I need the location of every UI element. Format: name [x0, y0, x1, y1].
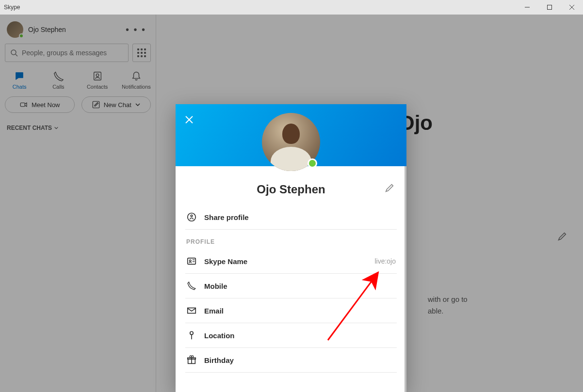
svg-point-12 — [188, 213, 196, 221]
svg-point-13 — [191, 215, 193, 217]
app-frame: Ojo Stephen • • • People, groups & messa… — [0, 15, 583, 392]
row-label: Email — [204, 307, 396, 315]
email-icon — [186, 305, 197, 316]
location-row[interactable]: Location — [185, 323, 397, 348]
close-modal-button[interactable] — [184, 115, 196, 126]
location-icon — [186, 330, 197, 341]
share-profile-row[interactable]: Share profile — [185, 205, 397, 230]
mobile-row[interactable]: Mobile — [185, 274, 397, 298]
row-label: Skype Name — [204, 257, 367, 266]
svg-point-15 — [189, 260, 191, 262]
id-card-icon — [186, 256, 197, 267]
row-label: Mobile — [204, 282, 396, 290]
share-icon — [186, 212, 197, 222]
maximize-button[interactable] — [538, 0, 561, 15]
window-title: Skype — [4, 4, 20, 11]
minimize-button[interactable] — [516, 0, 538, 15]
email-row[interactable]: Email — [185, 298, 397, 323]
pencil-icon — [384, 183, 395, 193]
svg-rect-14 — [188, 258, 196, 265]
profile-name: Ojo Stephen — [257, 183, 325, 196]
row-label: Share profile — [204, 213, 396, 221]
profile-section-label: PROFILE — [185, 230, 397, 249]
modal-body: Ojo Stephen Share profile PROFILE — [176, 166, 406, 392]
skype-name-value: live:ojo — [374, 257, 396, 265]
profile-modal: Ojo Stephen Share profile PROFILE — [176, 104, 406, 392]
close-button[interactable] — [561, 0, 583, 15]
edit-name-button[interactable] — [384, 183, 395, 195]
phone-icon — [186, 281, 197, 291]
window-controls — [516, 0, 583, 15]
svg-rect-1 — [548, 5, 552, 10]
row-label: Location — [204, 331, 396, 340]
close-icon — [184, 115, 194, 125]
row-label: Birthday — [204, 356, 396, 364]
profile-avatar[interactable] — [262, 113, 320, 171]
birthday-row[interactable]: Birthday — [185, 348, 397, 373]
gift-icon — [186, 355, 197, 365]
window-titlebar: Skype — [0, 0, 583, 15]
skype-name-row[interactable]: Skype Name live:ojo — [185, 249, 397, 274]
svg-point-19 — [190, 331, 193, 334]
modal-header — [176, 104, 406, 166]
